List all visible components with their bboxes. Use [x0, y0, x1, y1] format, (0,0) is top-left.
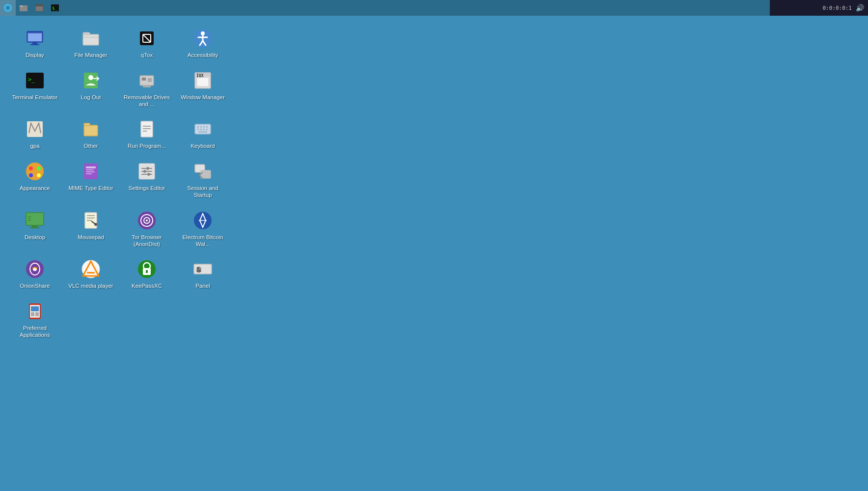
- svg-rect-28: [84, 73, 98, 88]
- gpa-icon: [23, 117, 47, 141]
- desktop-icon-desktop-icon[interactable]: Desktop: [8, 206, 62, 251]
- removable-icon: [135, 69, 159, 92]
- electrum-label: Electrum Bitcoin Wal...: [179, 234, 227, 248]
- desktop-icon-accessibility[interactable]: Accessibility: [176, 24, 230, 62]
- svg-rect-110: [31, 306, 39, 311]
- keepassxc-label: KeePassXC: [132, 283, 162, 290]
- svg-rect-103: [146, 270, 148, 273]
- svg-rect-13: [28, 33, 42, 41]
- svg-rect-66: [86, 173, 92, 174]
- desktop-icon-mousepad[interactable]: Mousepad: [64, 206, 118, 251]
- winmanager-icon: IQX: [191, 69, 215, 92]
- other-label: Other: [84, 143, 98, 150]
- svg-point-106: [197, 267, 199, 269]
- desktop-icon-icon: [23, 209, 47, 232]
- svg-rect-43: [141, 121, 153, 137]
- accessibility-label: Accessibility: [188, 52, 218, 59]
- svg-rect-52: [197, 129, 199, 130]
- svg-rect-64: [86, 169, 94, 170]
- desktop-icon-vlc[interactable]: VLC media player: [64, 254, 118, 293]
- volume-icon[interactable]: 🔊: [856, 4, 864, 12]
- desktop-icon-mimetype[interactable]: MIME Type Editor: [64, 157, 118, 202]
- qtox-label: qTox: [141, 52, 153, 59]
- vlc-label: VLC media player: [68, 283, 113, 290]
- svg-rect-39: [197, 78, 209, 86]
- svg-point-87: [94, 223, 97, 226]
- menu-button[interactable]: [0, 0, 16, 16]
- preferred-label: Preferred Applications: [11, 325, 59, 339]
- desktop-icon-electrum[interactable]: Electrum Bitcoin Wal...: [176, 206, 230, 251]
- logout-label: Log Out: [81, 94, 101, 101]
- svg-point-91: [146, 219, 148, 221]
- svg-point-72: [143, 170, 146, 173]
- svg-point-59: [37, 166, 41, 170]
- desktop-icon-label: Desktop: [25, 234, 45, 241]
- svg-point-2: [6, 6, 9, 9]
- session-icon: [191, 160, 215, 183]
- desktop-icon-onionshare[interactable]: OnionShare: [8, 254, 62, 293]
- runprog-icon: [135, 117, 159, 141]
- svg-rect-50: [203, 126, 205, 128]
- desktop-icon-gpa[interactable]: gpa: [8, 114, 62, 153]
- qtox-icon: [135, 27, 159, 50]
- svg-rect-14: [83, 34, 99, 45]
- svg-rect-34: [148, 81, 152, 82]
- svg-point-73: [147, 173, 150, 176]
- desktop-icon-settings[interactable]: Settings Editor: [120, 157, 174, 202]
- svg-point-58: [29, 166, 33, 170]
- terminal-taskbar-btn[interactable]: $_: [47, 0, 63, 16]
- desktop-icon-qtox[interactable]: qTox: [120, 24, 174, 62]
- desktop-icon-appearance[interactable]: Appearance: [8, 157, 62, 202]
- browser-taskbar-btn[interactable]: [31, 0, 47, 16]
- desktop-icon-panel[interactable]: Panel: [176, 254, 230, 293]
- session-label: Session and Startup: [179, 185, 227, 199]
- desktop-icon-preferred[interactable]: Preferred Applications: [8, 297, 62, 342]
- svg-rect-51: [206, 126, 208, 128]
- panel-icon: [191, 257, 215, 281]
- svg-rect-111: [31, 312, 34, 316]
- svg-rect-78: [32, 225, 38, 227]
- appearance-label: Appearance: [20, 185, 50, 192]
- svg-rect-33: [148, 79, 152, 80]
- winmanager-label: Window Manager: [181, 94, 224, 101]
- other-icon: [79, 117, 103, 141]
- desktop-icon-keepassxc[interactable]: KeePassXC: [120, 254, 174, 293]
- panel-label: Panel: [195, 283, 210, 290]
- svg-rect-65: [86, 171, 95, 172]
- desktop-icon-removable[interactable]: Removable Drives and ...: [120, 66, 174, 111]
- desktop-icon-other[interactable]: Other: [64, 114, 118, 153]
- clock-display: 0:0:0:0:1: [822, 5, 852, 11]
- svg-rect-35: [143, 85, 151, 87]
- file-manager-taskbar-btn[interactable]: [16, 0, 31, 16]
- mimetype-label: MIME Type Editor: [68, 185, 113, 192]
- mousepad-label: Mousepad: [78, 234, 104, 241]
- desktop-icon-session[interactable]: Session and Startup: [176, 157, 230, 202]
- tor-icon: [135, 209, 159, 232]
- preferred-icon: [23, 300, 47, 323]
- terminal-label: Terminal Emulator: [12, 94, 58, 101]
- svg-rect-53: [200, 129, 202, 130]
- removable-label: Removable Drives and ...: [123, 94, 171, 108]
- desktop-icon-keyboard[interactable]: Keyboard: [176, 114, 230, 153]
- settings-icon: [135, 160, 159, 183]
- desktop-icon-terminal[interactable]: >_Terminal Emulator: [8, 66, 62, 111]
- svg-rect-6: [35, 4, 43, 6]
- svg-rect-42: [84, 123, 90, 126]
- desktop-icon-logout[interactable]: Log Out: [64, 66, 118, 111]
- svg-rect-49: [200, 126, 202, 128]
- onionshare-label: OnionShare: [20, 283, 50, 290]
- svg-rect-75: [201, 170, 211, 178]
- desktop-icon-file-manager[interactable]: File Manager: [64, 24, 118, 62]
- svg-point-29: [88, 75, 93, 80]
- svg-rect-48: [197, 126, 199, 128]
- desktop-icon-runprog[interactable]: Run Program...: [120, 114, 174, 153]
- keepassxc-icon: [135, 257, 159, 281]
- svg-rect-54: [203, 129, 205, 130]
- desktop-icon-display[interactable]: Display: [8, 24, 62, 62]
- svg-rect-112: [35, 312, 39, 316]
- svg-rect-99: [87, 272, 95, 273]
- onionshare-icon: [23, 257, 47, 281]
- desktop-icon-winmanager[interactable]: IQXWindow Manager: [176, 66, 230, 111]
- desktop-icon-tor[interactable]: Tor Browser (AnonDist): [120, 206, 174, 251]
- logout-icon: [79, 69, 103, 92]
